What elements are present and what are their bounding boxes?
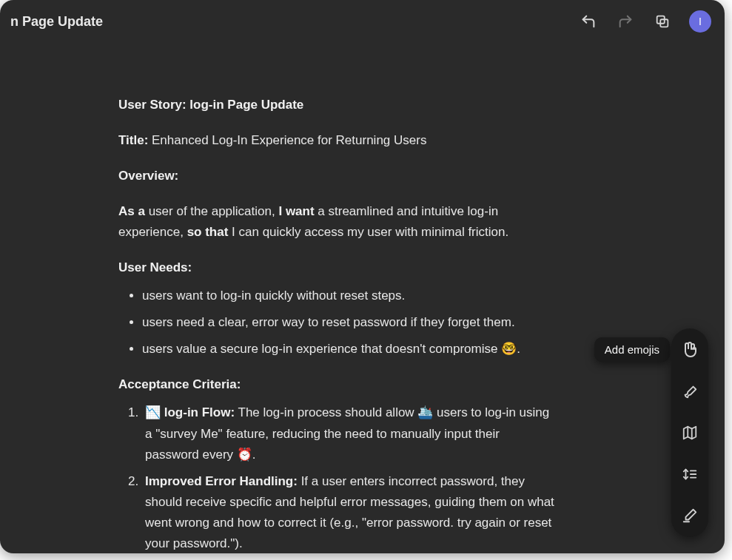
as-a-label: As a [118, 204, 145, 218]
line-height-icon [682, 466, 698, 482]
criteria-label: log-in Flow: [164, 405, 235, 419]
undo-button[interactable] [578, 11, 599, 32]
title-label: Title: [118, 133, 148, 147]
pen-tool[interactable] [679, 505, 701, 527]
redo-button[interactable] [615, 11, 636, 32]
criteria-prefix: 📉 [145, 405, 164, 419]
so-that-label: so that [187, 225, 229, 239]
brush-tool[interactable] [679, 380, 701, 402]
list-item: 📉 log-in Flow: The log-in process should… [142, 402, 555, 465]
line-height-tool[interactable] [679, 463, 701, 485]
criteria-label: Improved Error Handling: [145, 474, 298, 488]
so-that-rest: I can quickly access my user with minima… [228, 225, 508, 239]
list-item: users value a secure log-in experience t… [142, 339, 555, 360]
acceptance-label: Acceptance Criteria: [118, 374, 555, 395]
map-icon [682, 425, 698, 441]
avatar[interactable]: I [689, 10, 711, 33]
copy-icon [654, 13, 671, 30]
doc-title-line: Title: Enhanced Log-In Experience for Re… [118, 130, 555, 151]
list-item: users need a clear, error way to reset p… [142, 312, 555, 333]
acceptance-list: 📉 log-in Flow: The log-in process should… [118, 402, 555, 553]
overview-body: As a user of the application, I want a s… [118, 201, 555, 243]
map-tool[interactable] [679, 422, 701, 444]
copy-button[interactable] [652, 11, 673, 32]
overview-label: Overview: [118, 166, 555, 186]
hand-icon [681, 341, 699, 359]
pen-icon [682, 507, 698, 524]
top-actions: I [578, 10, 711, 33]
redo-icon [617, 13, 634, 30]
topbar: n Page Update I [0, 0, 725, 43]
undo-icon [580, 13, 597, 30]
i-want-label: I want [278, 204, 314, 218]
window-title: n Page Update [10, 14, 103, 30]
list-item: Improved Error Handling: If a user enter… [142, 471, 555, 553]
brush-icon [682, 383, 698, 399]
svg-marker-2 [684, 427, 696, 439]
emoji-tool[interactable] [679, 339, 701, 361]
app-window: n Page Update I User Story: log-in Page … [0, 0, 725, 553]
user-needs-list: users want to log-in quickly without res… [118, 286, 555, 360]
user-needs-label: User Needs: [118, 257, 555, 278]
as-a-rest: user of the application, [145, 204, 279, 218]
document-body: User Story: log-in Page Update Title: En… [0, 43, 555, 553]
floating-toolbar [671, 328, 708, 537]
list-item: users want to log-in quickly without res… [142, 286, 555, 306]
tooltip-add-emojis: Add emojis [594, 337, 670, 362]
title-value: Enhanced Log-In Experience for Returning… [148, 133, 426, 147]
doc-heading: User Story: log-in Page Update [118, 95, 555, 115]
